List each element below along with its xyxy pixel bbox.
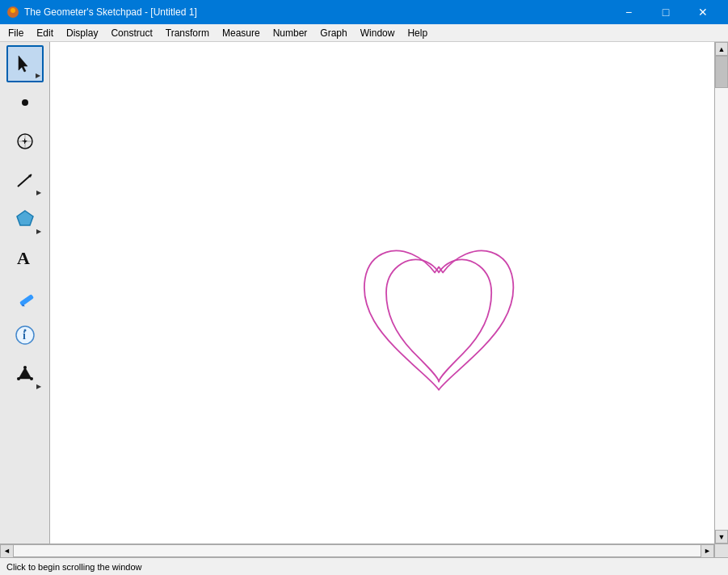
window-controls: − □ ✕ (610, 0, 722, 24)
menu-transform[interactable]: Transform (159, 24, 216, 41)
vertical-scrollbar: ▲ ▼ (714, 42, 728, 544)
polygon-tool[interactable]: ▶ (6, 200, 44, 237)
select-tool[interactable]: ▶ (6, 45, 44, 82)
custom-tool[interactable]: ▶ (6, 355, 44, 392)
svg-point-20 (17, 377, 20, 380)
point-tool[interactable] (6, 84, 44, 121)
svg-rect-14 (19, 294, 33, 306)
app-icon (6, 6, 19, 19)
svg-point-21 (30, 377, 33, 380)
menu-graph[interactable]: Graph (314, 24, 353, 41)
info-tool[interactable]: i (6, 317, 44, 354)
main-area: ▶ + ▶ (0, 42, 728, 544)
svg-point-4 (22, 99, 28, 106)
toolbar: ▶ + ▶ (0, 42, 50, 544)
window-title: The Geometer's Sketchpad - [Untitled 1] (24, 6, 610, 18)
svg-text:A: A (17, 248, 30, 268)
scroll-up-button[interactable]: ▲ (715, 42, 728, 56)
horizontal-scrollbar: ◄ ► (0, 544, 714, 557)
scroll-down-button[interactable]: ▼ (715, 530, 728, 544)
text-tool[interactable]: A (6, 239, 44, 276)
menu-number[interactable]: Number (267, 24, 314, 41)
marker-tool[interactable] (6, 278, 44, 315)
svg-point-22 (23, 366, 27, 369)
scroll-right-button[interactable]: ► (701, 544, 714, 558)
menu-display[interactable]: Display (60, 24, 104, 41)
svg-marker-2 (19, 56, 27, 72)
scroll-track-vertical[interactable] (715, 56, 728, 530)
title-bar: The Geometer's Sketchpad - [Untitled 1] … (0, 0, 728, 24)
menu-bar: File Edit Display Construct Transform Me… (0, 24, 728, 42)
scroll-thumb-vertical[interactable] (715, 56, 728, 88)
status-bar: Click to begin scrolling the window (0, 557, 728, 575)
maximize-button[interactable]: □ (647, 0, 684, 24)
menu-measure[interactable]: Measure (216, 24, 267, 41)
svg-point-1 (11, 8, 15, 13)
svg-point-18 (23, 329, 26, 332)
menu-help[interactable]: Help (401, 24, 434, 41)
menu-file[interactable]: File (2, 24, 30, 41)
menu-construct[interactable]: Construct (104, 24, 158, 41)
drawing-canvas[interactable] (50, 42, 714, 544)
bottom-area: ◄ ► (0, 544, 728, 557)
canvas-svg (50, 42, 714, 544)
scroll-track-horizontal[interactable] (14, 544, 701, 557)
menu-window[interactable]: Window (354, 24, 402, 41)
svg-text:+: + (22, 136, 27, 147)
menu-edit[interactable]: Edit (30, 24, 60, 41)
close-button[interactable]: ✕ (684, 0, 722, 24)
minimize-button[interactable]: − (610, 0, 647, 24)
scroll-left-button[interactable]: ◄ (0, 544, 14, 558)
svg-marker-12 (17, 211, 33, 225)
line-tool[interactable]: ▶ (6, 162, 44, 199)
status-message: Click to begin scrolling the window (6, 562, 142, 572)
svg-marker-19 (19, 367, 32, 379)
scrollbar-corner (714, 544, 728, 558)
compass-tool[interactable]: + (6, 123, 44, 160)
